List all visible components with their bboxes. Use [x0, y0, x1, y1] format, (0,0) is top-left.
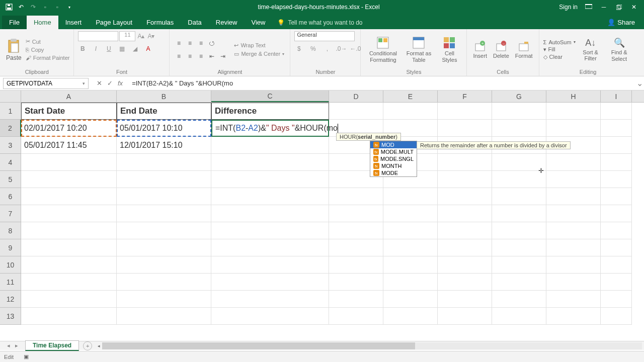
align-middle-icon[interactable]: ≡	[185, 38, 195, 48]
cell-A1[interactable]: Start Date	[21, 103, 117, 120]
fill-color-icon[interactable]: ◢	[130, 44, 139, 53]
autocomplete-item-mode[interactable]: fxMODE	[370, 169, 417, 176]
row-8[interactable]: 8	[0, 222, 21, 239]
cell-G2[interactable]	[492, 120, 546, 137]
indent-dec-icon[interactable]: ⇤	[207, 51, 217, 61]
format-painter-button[interactable]: 🖌Format Painter	[26, 55, 70, 61]
cell-D1[interactable]	[329, 103, 383, 120]
find-select-button[interactable]: 🔍 Find & Select	[606, 37, 633, 61]
cell-A2[interactable]: 02/01/2017 10:20	[21, 120, 117, 137]
bold-button[interactable]: B	[78, 44, 87, 53]
row-3[interactable]: 3	[0, 137, 21, 154]
row-1[interactable]: 1	[0, 103, 21, 120]
align-left-icon[interactable]: ≡	[174, 51, 184, 61]
grow-font-icon[interactable]: A▴	[136, 32, 145, 41]
wrap-text-button[interactable]: ↩Wrap Text	[234, 42, 284, 49]
qat1-icon[interactable]: ▫	[41, 3, 49, 11]
insert-cells-button[interactable]: + Insert	[471, 41, 489, 59]
cell-H2[interactable]	[546, 120, 601, 137]
align-right-icon[interactable]: ≡	[196, 51, 206, 61]
row-11[interactable]: 11	[0, 274, 21, 291]
delete-cells-button[interactable]: – Delete	[491, 41, 511, 59]
cell-H1[interactable]	[546, 103, 601, 120]
qat2-icon[interactable]: ▫	[53, 3, 61, 11]
cell-I3[interactable]	[601, 137, 632, 154]
orientation-icon[interactable]: ⭯	[207, 38, 217, 48]
comma-icon[interactable]: ,	[323, 44, 332, 53]
autocomplete-item-modemult[interactable]: fxMODE.MULT	[370, 148, 417, 155]
font-size-combo[interactable]: 11	[119, 31, 135, 41]
save-icon[interactable]	[5, 3, 13, 11]
tab-page-layout[interactable]: Page Layout	[89, 16, 139, 29]
maximize-icon[interactable]	[615, 3, 623, 11]
scroll-thumb[interactable]	[102, 342, 415, 349]
dec-decimal-icon[interactable]: ←.0	[351, 44, 360, 53]
cell-C1[interactable]: Difference	[211, 103, 329, 120]
autosum-button[interactable]: ΣAutoSum ▾	[543, 39, 576, 45]
row-7[interactable]: 7	[0, 205, 21, 222]
cell-E1[interactable]	[383, 103, 438, 120]
align-center-icon[interactable]: ≡	[185, 51, 195, 61]
currency-icon[interactable]: $	[294, 44, 303, 53]
cell-B1[interactable]: End Date	[117, 103, 211, 120]
merge-center-button[interactable]: ▭Merge & Center ▾	[234, 51, 284, 57]
formula-bar-input[interactable]: =INT(B2-A2)& " Days "&HOUR(mo	[128, 79, 635, 87]
formula-autocomplete[interactable]: fxMOD fxMODE.MULT fxMODE.SNGL fxMONTH fx…	[370, 141, 417, 177]
copy-button[interactable]: ⎘Copy	[26, 47, 70, 53]
undo-icon[interactable]: ↶	[17, 3, 25, 11]
cell-C2-editing[interactable]: =INT(B2-A2)& " Days "&HOUR(mo	[211, 120, 329, 137]
tab-view[interactable]: View	[244, 16, 272, 29]
cell-styles-button[interactable]: Cell Styles	[436, 36, 462, 62]
underline-button[interactable]: U	[104, 44, 113, 53]
row-13[interactable]: 13	[0, 308, 21, 325]
tab-data[interactable]: Data	[181, 16, 208, 29]
align-top-icon[interactable]: ≡	[174, 38, 184, 48]
sort-filter-button[interactable]: A↓ Sort & Filter	[578, 38, 604, 61]
cell-F2[interactable]	[438, 120, 492, 137]
tab-review[interactable]: Review	[209, 16, 245, 29]
name-box[interactable]: GETPIVOTDATA ▾	[3, 78, 89, 89]
minimize-icon[interactable]: ─	[600, 3, 608, 11]
share-button[interactable]: 👤 Share	[600, 16, 642, 29]
qat-dropdown-icon[interactable]: ▾	[65, 3, 73, 11]
cell-C3[interactable]	[211, 137, 329, 154]
cancel-formula-icon[interactable]: ✕	[97, 79, 102, 87]
expand-formula-bar-icon[interactable]: ⌄	[635, 78, 644, 88]
tab-file[interactable]: File	[2, 16, 27, 29]
tab-insert[interactable]: Insert	[58, 16, 89, 29]
autocomplete-item-mod[interactable]: fxMOD	[370, 141, 417, 148]
col-C[interactable]: C	[211, 90, 329, 102]
conditional-formatting-button[interactable]: Conditional Formatting	[365, 36, 401, 62]
horizontal-scrollbar[interactable]: ◂ ▸	[102, 342, 642, 349]
ribbon-options-icon[interactable]	[585, 3, 593, 11]
col-E[interactable]: E	[383, 90, 438, 102]
col-I[interactable]: I	[601, 90, 632, 102]
col-G[interactable]: G	[492, 90, 546, 102]
redo-icon[interactable]: ↷	[29, 3, 37, 11]
sheet-tab-time-elapsed[interactable]: Time Elapsed	[25, 340, 79, 351]
cell-G1[interactable]	[492, 103, 546, 120]
new-sheet-button[interactable]: +	[83, 341, 92, 350]
sheet-nav[interactable]: ◂▸	[0, 342, 25, 349]
clear-button[interactable]: ◇Clear	[543, 54, 576, 60]
col-B[interactable]: B	[117, 90, 211, 102]
cell-A3[interactable]: 05/01/2017 11:45	[21, 137, 117, 154]
tab-formulas[interactable]: Formulas	[139, 16, 181, 29]
percent-icon[interactable]: %	[308, 44, 317, 53]
format-as-table-button[interactable]: Format as Table	[403, 36, 434, 62]
tell-me[interactable]: 💡 Tell me what you want to do	[272, 16, 367, 29]
paste-button[interactable]: Paste	[4, 36, 24, 63]
row-4[interactable]: 4	[0, 154, 21, 171]
indent-inc-icon[interactable]: ⇥	[218, 51, 228, 61]
insert-function-icon[interactable]: fx	[118, 79, 123, 87]
row-5[interactable]: 5	[0, 171, 21, 188]
number-format-combo[interactable]: General	[294, 31, 355, 41]
enter-formula-icon[interactable]: ✓	[107, 79, 113, 87]
font-combo[interactable]	[78, 31, 118, 41]
col-A[interactable]: A	[21, 90, 117, 102]
row-10[interactable]: 10	[0, 256, 21, 274]
select-all-corner[interactable]	[0, 90, 21, 102]
align-bottom-icon[interactable]: ≡	[196, 38, 206, 48]
format-cells-button[interactable]: Format	[513, 41, 535, 59]
tab-home[interactable]: Home	[27, 16, 58, 29]
